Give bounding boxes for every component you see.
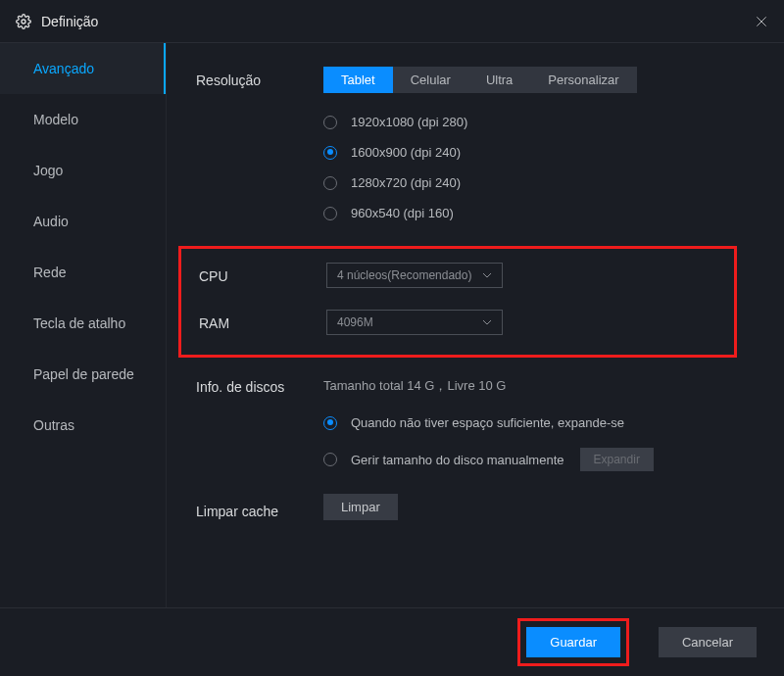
sidebar-item-label: Avançado bbox=[33, 61, 94, 76]
sidebar-item-label: Jogo bbox=[33, 163, 63, 178]
resolution-option-960[interactable]: 960x540 (dpi 160) bbox=[323, 198, 757, 228]
resolution-option-1920[interactable]: 1920x1080 (dpi 280) bbox=[323, 107, 757, 137]
close-icon[interactable] bbox=[755, 15, 768, 28]
sidebar-item-wallpaper[interactable]: Papel de parede bbox=[0, 349, 166, 400]
resolution-options: 1920x1080 (dpi 280) 1600x900 (dpi 240) 1… bbox=[323, 107, 757, 228]
cpu-row: CPU 4 núcleos(Recomendado) bbox=[199, 263, 716, 288]
cache-label: Limpar cache bbox=[196, 498, 323, 519]
ram-select[interactable]: 4096M bbox=[326, 310, 503, 335]
radio-label: 1600x900 (dpi 240) bbox=[351, 145, 461, 160]
disk-label: Info. de discos bbox=[196, 373, 323, 395]
radio-icon bbox=[323, 146, 337, 160]
cpu-ram-highlight: CPU 4 núcleos(Recomendado) RAM 4096M bbox=[178, 246, 737, 358]
tab-tablet[interactable]: Tablet bbox=[323, 67, 393, 93]
window-title: Definição bbox=[41, 14, 755, 29]
ram-row: RAM 4096M bbox=[199, 310, 716, 335]
radio-label: Gerir tamanho do disco manualmente bbox=[351, 453, 564, 467]
cache-row: Limpar cache Limpar bbox=[196, 498, 757, 519]
sidebar-item-label: Outras bbox=[33, 417, 74, 433]
content-panel: Resolução Tablet Celular Ultra Personali… bbox=[167, 43, 784, 607]
ram-value: 4096M bbox=[337, 315, 373, 329]
cpu-label: CPU bbox=[199, 263, 326, 284]
tab-custom[interactable]: Personalizar bbox=[530, 67, 636, 93]
resolution-option-1280[interactable]: 1280x720 (dpi 240) bbox=[323, 168, 757, 198]
radio-label: Quando não tiver espaço suficiente, expa… bbox=[351, 415, 624, 430]
save-button[interactable]: Guardar bbox=[526, 627, 620, 657]
clear-cache-button[interactable]: Limpar bbox=[323, 494, 398, 520]
sidebar-item-advanced[interactable]: Avançado bbox=[0, 43, 166, 94]
cpu-select[interactable]: 4 núcleos(Recomendado) bbox=[326, 263, 503, 288]
save-highlight: Guardar bbox=[517, 618, 629, 666]
sidebar-item-network[interactable]: Rede bbox=[0, 247, 166, 298]
sidebar: Avançado Modelo Jogo Audio Rede Tecla de… bbox=[0, 43, 167, 607]
resolution-option-1600[interactable]: 1600x900 (dpi 240) bbox=[323, 137, 757, 168]
disk-summary: Tamanho total 14 G，Livre 10 G bbox=[323, 373, 757, 395]
resolution-row: Resolução Tablet Celular Ultra Personali… bbox=[196, 67, 757, 228]
ram-label: RAM bbox=[199, 310, 326, 331]
resolution-label: Resolução bbox=[196, 67, 323, 88]
disk-option-manual[interactable]: Gerir tamanho do disco manualmente Expan… bbox=[323, 439, 757, 480]
sidebar-item-model[interactable]: Modelo bbox=[0, 94, 166, 145]
tab-mobile[interactable]: Celular bbox=[393, 67, 468, 93]
sidebar-item-other[interactable]: Outras bbox=[0, 400, 166, 451]
sidebar-item-game[interactable]: Jogo bbox=[0, 145, 166, 196]
sidebar-item-label: Modelo bbox=[33, 112, 78, 127]
radio-label: 1920x1080 (dpi 280) bbox=[351, 115, 467, 129]
cpu-value: 4 núcleos(Recomendado) bbox=[337, 268, 471, 282]
radio-icon bbox=[323, 416, 337, 430]
sidebar-item-shortcut[interactable]: Tecla de atalho bbox=[0, 298, 166, 349]
chevron-down-icon bbox=[482, 272, 492, 278]
radio-icon bbox=[323, 116, 337, 129]
gear-icon bbox=[16, 14, 31, 29]
disk-option-auto-expand[interactable]: Quando não tiver espaço suficiente, expa… bbox=[323, 407, 757, 439]
disk-row: Info. de discos Tamanho total 14 G，Livre… bbox=[196, 373, 757, 480]
sidebar-item-label: Tecla de atalho bbox=[33, 315, 125, 331]
sidebar-item-audio[interactable]: Audio bbox=[0, 196, 166, 247]
chevron-down-icon bbox=[482, 319, 492, 325]
radio-label: 1280x720 (dpi 240) bbox=[351, 175, 461, 190]
expand-button: Expandir bbox=[580, 448, 654, 471]
sidebar-item-label: Audio bbox=[33, 214, 69, 229]
svg-point-0 bbox=[22, 20, 25, 24]
titlebar: Definição bbox=[0, 0, 784, 43]
radio-icon bbox=[323, 176, 337, 190]
disk-options: Quando não tiver espaço suficiente, expa… bbox=[323, 407, 757, 480]
radio-icon bbox=[323, 453, 337, 466]
footer: Guardar Cancelar bbox=[0, 607, 784, 676]
resolution-tabs: Tablet Celular Ultra Personalizar bbox=[323, 67, 637, 93]
sidebar-item-label: Rede bbox=[33, 265, 66, 280]
sidebar-item-label: Papel de parede bbox=[33, 366, 134, 382]
radio-icon bbox=[323, 207, 337, 220]
cancel-button[interactable]: Cancelar bbox=[659, 627, 757, 657]
tab-ultra[interactable]: Ultra bbox=[468, 67, 530, 93]
radio-label: 960x540 (dpi 160) bbox=[351, 206, 454, 220]
